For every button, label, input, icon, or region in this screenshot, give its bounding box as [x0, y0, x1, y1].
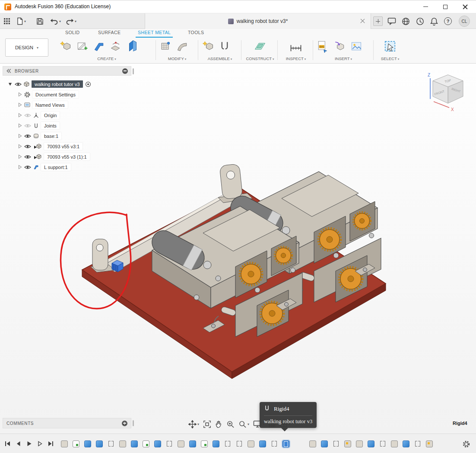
group-label-modify[interactable]: MODIFY: [158, 56, 196, 61]
expander-icon[interactable]: [8, 82, 13, 86]
timeline-feature-icon[interactable]: [321, 440, 328, 447]
measure-icon[interactable]: [289, 39, 303, 54]
expand-caret-icon[interactable]: [18, 144, 22, 149]
step-back-icon[interactable]: [15, 440, 22, 447]
group-label-insert[interactable]: INSERT: [315, 56, 371, 61]
browser-item-label[interactable]: base:1: [41, 132, 61, 140]
timeline-feature-icon[interactable]: [236, 440, 243, 447]
visibility-eye-icon[interactable]: [24, 154, 31, 160]
browser-item-l-support[interactable]: L support:1: [3, 163, 131, 172]
browser-item-named-views[interactable]: Named Views: [3, 100, 131, 109]
zoom-in-icon[interactable]: [226, 420, 235, 428]
browser-item-label[interactable]: 70093 v55 v3:1: [44, 143, 83, 150]
convert-to-sheet-metal-icon[interactable]: [108, 39, 123, 54]
undo-icon[interactable]: [50, 16, 61, 26]
timeline-feature-icon[interactable]: [282, 440, 289, 447]
press-pull-icon[interactable]: [158, 39, 173, 54]
group-label-construct[interactable]: CONSTRUCT: [244, 56, 276, 61]
timeline-feature-icon[interactable]: [344, 440, 351, 447]
browser-item-label[interactable]: Named Views: [32, 101, 68, 108]
create-base-flange-icon[interactable]: [125, 39, 140, 54]
browser-item-70093-2[interactable]: 70093 v55 v3 (1):1: [3, 152, 131, 161]
view-cube[interactable]: Z TOP FRONT RIGHT X: [424, 71, 475, 115]
comments-panel[interactable]: COMMENTS: [3, 418, 131, 428]
help-icon[interactable]: [444, 16, 452, 26]
timeline-feature-icon[interactable]: [213, 440, 219, 447]
timeline-feature-icon[interactable]: [84, 440, 91, 447]
panel-resize-grip[interactable]: [133, 68, 134, 74]
timeline-feature-icon[interactable]: [166, 440, 173, 447]
visibility-eye-icon[interactable]: [24, 134, 31, 139]
expand-caret-icon[interactable]: [18, 154, 22, 159]
timeline-feature-icon[interactable]: [271, 440, 278, 447]
group-label-inspect[interactable]: INSPECT: [281, 56, 311, 61]
expand-comments-icon[interactable]: [122, 421, 127, 426]
redo-icon[interactable]: [66, 16, 76, 26]
timeline-feature-icon[interactable]: [224, 440, 231, 447]
browser-item-label[interactable]: Document Settings: [32, 91, 79, 98]
fit-view-icon[interactable]: [203, 420, 211, 428]
visibility-eye-icon[interactable]: [24, 144, 31, 149]
timeline-feature-icon[interactable]: [414, 440, 421, 447]
timeline-feature-icon[interactable]: [248, 440, 254, 447]
activate-component-icon[interactable]: [85, 81, 91, 87]
collapse-all-icon[interactable]: [122, 68, 128, 74]
browser-item-document-settings[interactable]: Document Settings: [3, 90, 131, 99]
expand-caret-icon[interactable]: [18, 134, 22, 138]
browser-item-label[interactable]: L support:1: [41, 163, 71, 171]
timeline-feature-icon[interactable]: [108, 440, 114, 447]
workspace-selector[interactable]: DESIGN: [5, 38, 48, 57]
maximize-button[interactable]: [435, 0, 455, 13]
browser-item-label[interactable]: 70093 v55 v3 (1):1: [44, 153, 90, 160]
timeline-feature-icon[interactable]: [201, 440, 208, 447]
joint-icon[interactable]: [217, 39, 232, 54]
minimize-button[interactable]: [416, 0, 435, 13]
job-status-clock-icon[interactable]: [416, 16, 424, 26]
visibility-eye-icon[interactable]: [24, 123, 31, 128]
close-tab-icon[interactable]: [360, 18, 365, 24]
step-forward-icon[interactable]: [37, 440, 43, 447]
timeline-feature-icon[interactable]: [143, 440, 149, 447]
construction-plane-icon[interactable]: [253, 39, 267, 54]
browser-item-joints[interactable]: Joints: [3, 121, 131, 130]
go-to-start-icon[interactable]: [4, 440, 11, 447]
browser-item-base[interactable]: base:1: [3, 131, 131, 140]
user-avatar[interactable]: CL: [459, 16, 470, 27]
timeline-feature-icon[interactable]: [189, 440, 196, 447]
timeline-feature-icon[interactable]: [154, 440, 161, 447]
browser-item-origin[interactable]: Origin: [3, 111, 131, 120]
timeline-settings-gear-icon[interactable]: [463, 440, 470, 449]
browser-item-label[interactable]: Joints: [41, 122, 60, 129]
browser-item-label[interactable]: Origin: [41, 112, 60, 119]
timeline-feature-icon[interactable]: [426, 440, 433, 447]
timeline-feature-icon[interactable]: [61, 440, 68, 447]
timeline-feature-icon[interactable]: [403, 440, 409, 447]
expand-caret-icon[interactable]: [18, 113, 22, 118]
select-tool-icon[interactable]: [383, 39, 397, 54]
browser-header[interactable]: BROWSER: [3, 66, 131, 76]
notifications-bell-icon[interactable]: [430, 16, 438, 26]
visibility-eye-icon[interactable]: [15, 82, 22, 87]
browser-item-70093-1[interactable]: 70093 v55 v3:1: [3, 142, 131, 151]
browser-item-label[interactable]: walking robot tutor v3: [32, 80, 83, 88]
panel-resize-grip[interactable]: [133, 420, 134, 426]
collapse-panel-icon[interactable]: [6, 68, 12, 73]
timeline-feature-icon[interactable]: [379, 440, 386, 447]
pan-icon[interactable]: [188, 420, 199, 428]
new-flange-icon[interactable]: [58, 39, 73, 54]
expand-caret-icon[interactable]: [18, 102, 22, 107]
timeline-feature-icon[interactable]: [333, 440, 340, 447]
expand-caret-icon[interactable]: [18, 123, 22, 128]
create-sketch-icon[interactable]: [75, 39, 89, 54]
app-grid-icon[interactable]: [3, 16, 10, 26]
timeline-feature-icon[interactable]: [391, 440, 398, 447]
timeline-feature-icon[interactable]: [368, 440, 374, 447]
timeline-feature-icon[interactable]: [119, 440, 126, 447]
new-tab-button[interactable]: [373, 16, 383, 26]
new-component-icon[interactable]: [200, 39, 215, 54]
visibility-eye-icon[interactable]: [24, 165, 31, 170]
flange-icon[interactable]: [92, 39, 106, 54]
tab-solid[interactable]: SOLID: [63, 29, 82, 38]
insert-derive-icon[interactable]: [332, 39, 347, 54]
go-to-end-icon[interactable]: [48, 440, 54, 447]
